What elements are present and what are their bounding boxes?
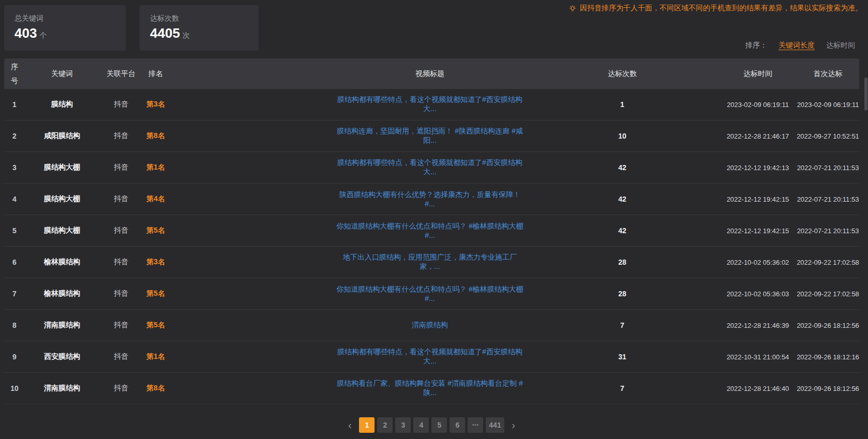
table-row: 9 西安膜结构 抖音 第1名 膜结构都有哪些特点，看这个视频就都知道了#西安膜结… [4, 341, 859, 373]
video-title-cell: 膜结构连廊，坚固耐用，遮阳挡雨！ #陕西膜结构连廊 #咸阳... [169, 127, 526, 145]
table-row: 3 膜结构大棚 抖音 第1名 膜结构都有哪些特点，看这个视频就都知道了#西安膜结… [4, 152, 859, 184]
first-reach-cell: 2022-09-27 10:52:51 [797, 132, 859, 140]
first-reach-cell: 2022-09-22 17:02:58 [797, 290, 859, 298]
reach-count-cell: 28 [526, 258, 719, 266]
reach-time-cell: 2022-12-28 21:46:17 [719, 132, 797, 140]
keyword-cell: 榆林膜结构 [25, 258, 99, 267]
sort-option-reach-time[interactable]: 达标时间 [826, 41, 855, 50]
reach-count-cell: 42 [526, 226, 719, 235]
keyword-cell: 膜结构大棚 [25, 163, 99, 172]
page-button-4[interactable]: 4 [413, 417, 429, 433]
row-index: 8 [4, 321, 25, 329]
page-button-3[interactable]: 3 [395, 417, 411, 433]
platform-cell: 抖音 [99, 226, 143, 235]
sort-option-keyword-length[interactable]: 关键词长度 [779, 41, 815, 50]
first-reach-cell: 2022-07-21 20:11:53 [797, 195, 859, 203]
pagination: ‹ 1 2 3 4 5 6 ••• 441 › [4, 417, 859, 433]
keyword-cell: 膜结构大棚 [25, 226, 99, 235]
video-title-cell: 地下出入口膜结构，应用范围广泛，康杰力专业施工厂家，... [169, 253, 526, 271]
video-title-cell: 膜结构都有哪些特点，看这个视频就都知道了#西安膜结构大... [169, 347, 526, 366]
page-button-441[interactable]: 441 [486, 417, 504, 433]
sort-label: 排序： [745, 41, 767, 50]
col-header-index: 序号 [4, 60, 25, 87]
keyword-cell: 膜结构大棚 [25, 194, 99, 204]
row-index: 10 [4, 384, 25, 392]
page-button-6[interactable]: 6 [450, 417, 465, 433]
platform-cell: 抖音 [99, 321, 143, 330]
results-table: 序号 关键词 关联平台 排名 视频标题 达标次数 达标时间 首次达标 1 膜结构… [4, 58, 859, 404]
video-title-link[interactable]: 膜结构都有哪些特点，看这个视频就都知道了#西安膜结构大... [337, 347, 522, 365]
first-reach-cell: 2022-09-22 17:02:58 [797, 259, 859, 266]
first-reach-cell: 2022-09-26 18:12:16 [797, 353, 859, 361]
platform-cell: 抖音 [99, 131, 143, 141]
video-title-link[interactable]: 你知道膜结构大棚有什么优点和特点吗？ #榆林膜结构大棚 #... [336, 222, 523, 239]
reach-count-cell: 42 [526, 195, 719, 203]
video-title-link[interactable]: 膜结构都有哪些特点，看这个视频就都知道了#西安膜结构大... [337, 158, 522, 176]
reach-time-cell: 2022-12-28 21:46:39 [719, 322, 797, 329]
bulb-icon [568, 4, 577, 12]
prev-page-button[interactable]: ‹ [343, 417, 356, 433]
next-page-button[interactable]: › [507, 417, 520, 433]
reach-time-cell: 2022-10-02 05:36:03 [719, 290, 797, 298]
video-title-cell: 膜结构都有哪些特点，看这个视频就都知道了#西安膜结构大... [169, 158, 526, 177]
video-title-link[interactable]: 膜结构连廊，坚固耐用，遮阳挡雨！ #陕西膜结构连廊 #咸阳... [337, 127, 522, 144]
table-row: 4 膜结构大棚 抖音 第4名 陕西膜结构大棚有什么优势？选择康杰力，质量有保障！… [4, 184, 859, 215]
col-header-video-title: 视频标题 [169, 69, 526, 79]
page-button-1[interactable]: 1 [359, 417, 375, 433]
rank-cell: 第5名 [143, 321, 169, 330]
reach-time-cell: 2022-12-12 19:42:15 [719, 227, 797, 235]
video-title-cell: 你知道膜结构大棚有什么优点和特点吗？ #榆林膜结构大棚 #... [169, 285, 526, 302]
row-index: 7 [4, 290, 25, 298]
vertical-scrollbar-thumb[interactable] [864, 78, 867, 111]
stat-label: 达标次数 [150, 14, 248, 23]
video-title-cell: 你知道膜结构大棚有什么优点和特点吗？ #榆林膜结构大棚 #... [169, 222, 526, 239]
keyword-cell: 膜结构 [25, 100, 99, 109]
table-row: 8 渭南膜结构 抖音 第5名 渭南膜结构 7 2022-12-28 21:46:… [4, 310, 859, 341]
keyword-cell: 渭南膜结构 [25, 384, 99, 393]
notice-text: 因抖音排序为千人千面，不同区域不同的手机查到的结果有差异，结果以实际搜索为准。 [580, 4, 862, 13]
video-title-link[interactable]: 渭南膜结构 [412, 321, 448, 329]
douyin-ranking-notice: 因抖音排序为千人千面，不同区域不同的手机查到的结果有差异，结果以实际搜索为准。 [568, 4, 862, 13]
reach-time-cell: 2022-12-12 19:42:15 [719, 195, 797, 203]
keyword-cell: 西安膜结构 [25, 352, 99, 361]
reach-count-cell: 1 [526, 100, 719, 109]
platform-cell: 抖音 [99, 163, 143, 172]
stat-unit: 个 [39, 31, 47, 39]
rank-cell: 第3名 [143, 258, 169, 267]
col-header-reach-count: 达标次数 [526, 69, 719, 79]
col-header-first-reach: 首次达标 [797, 69, 859, 79]
row-index: 3 [4, 163, 25, 172]
col-header-rank: 排名 [143, 69, 169, 79]
platform-cell: 抖音 [99, 384, 143, 393]
col-header-keyword: 关键词 [25, 69, 99, 79]
video-title-link[interactable]: 地下出入口膜结构，应用范围广泛，康杰力专业施工厂家，... [343, 253, 517, 270]
reach-count-cell: 10 [526, 132, 719, 140]
page-button-5[interactable]: 5 [431, 417, 447, 433]
platform-cell: 抖音 [99, 352, 143, 361]
sort-bar: 排序： 关键词长度 达标时间 [745, 41, 855, 50]
video-title-link[interactable]: 膜结构都有哪些特点，看这个视频就都知道了#西安膜结构大... [337, 95, 522, 113]
more-pages-button[interactable]: ••• [468, 417, 483, 433]
platform-cell: 抖音 [99, 194, 143, 204]
video-title-link[interactable]: 陕西膜结构大棚有什么优势？选择康杰力，质量有保障！ #... [339, 190, 520, 208]
platform-cell: 抖音 [99, 258, 143, 267]
table-row: 1 膜结构 抖音 第3名 膜结构都有哪些特点，看这个视频就都知道了#西安膜结构大… [4, 89, 859, 120]
video-title-link[interactable]: 你知道膜结构大棚有什么优点和特点吗？ #榆林膜结构大棚 #... [336, 285, 523, 302]
col-header-platform: 关联平台 [99, 69, 143, 79]
reach-time-cell: 2022-10-02 05:36:02 [719, 259, 797, 266]
rank-cell: 第1名 [143, 163, 169, 172]
row-index: 9 [4, 353, 25, 361]
table-row: 5 膜结构大棚 抖音 第5名 你知道膜结构大棚有什么优点和特点吗？ #榆林膜结构… [4, 215, 859, 247]
reach-time-cell: 2023-02-09 06:19:11 [719, 101, 797, 109]
stat-value: 403个 [14, 25, 115, 41]
row-index: 4 [4, 195, 25, 203]
reach-time-cell: 2022-12-12 19:42:13 [719, 164, 797, 172]
table-row: 7 榆林膜结构 抖音 第5名 你知道膜结构大棚有什么优点和特点吗？ #榆林膜结构… [4, 278, 859, 310]
reach-count-cell: 31 [526, 353, 719, 361]
table-row: 10 渭南膜结构 抖音 第8名 膜结构看台厂家、膜结构舞台安装 #渭南膜结构看台… [4, 373, 859, 404]
page-button-2[interactable]: 2 [377, 417, 393, 433]
video-title-link[interactable]: 膜结构看台厂家、膜结构舞台安装 #渭南膜结构看台定制 #陕... [337, 379, 522, 397]
col-header-reach-time: 达标时间 [719, 69, 797, 79]
keyword-cell: 咸阳膜结构 [25, 131, 99, 141]
video-title-cell: 陕西膜结构大棚有什么优势？选择康杰力，质量有保障！ #... [169, 190, 526, 208]
